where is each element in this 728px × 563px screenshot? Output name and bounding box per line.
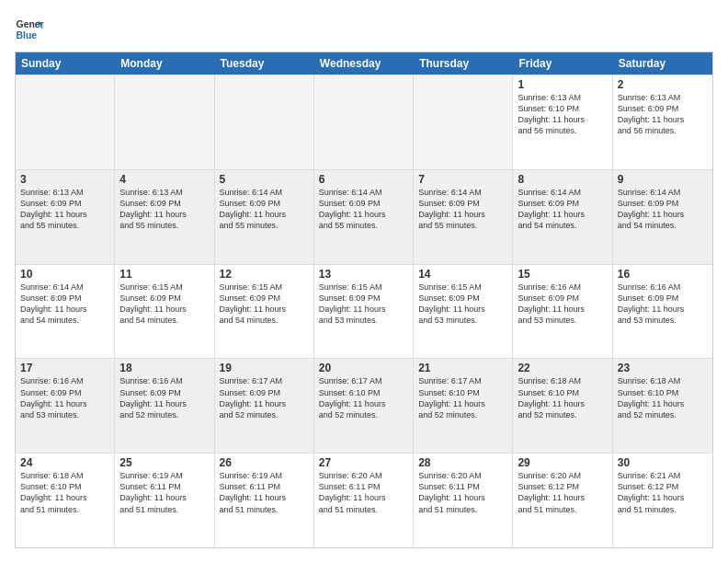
day-info: Sunrise: 6:14 AM Sunset: 6:09 PM Dayligh… — [418, 187, 507, 232]
day-info: Sunrise: 6:21 AM Sunset: 6:12 PM Dayligh… — [618, 470, 708, 515]
logo-icon: General Blue — [15, 15, 44, 44]
day-info: Sunrise: 6:16 AM Sunset: 6:09 PM Dayligh… — [119, 375, 209, 420]
cal-cell: 24Sunrise: 6:18 AM Sunset: 6:10 PM Dayli… — [16, 454, 115, 547]
day-info: Sunrise: 6:14 AM Sunset: 6:09 PM Dayligh… — [319, 187, 408, 232]
day-number: 15 — [518, 268, 607, 281]
cal-cell: 22Sunrise: 6:18 AM Sunset: 6:10 PM Dayli… — [513, 359, 612, 453]
header-day-wednesday: Wednesday — [314, 52, 414, 75]
day-info: Sunrise: 6:20 AM Sunset: 6:12 PM Dayligh… — [518, 470, 607, 515]
cal-cell — [414, 75, 513, 169]
day-info: Sunrise: 6:15 AM Sunset: 6:09 PM Dayligh… — [319, 282, 408, 327]
cal-cell: 5Sunrise: 6:14 AM Sunset: 6:09 PM Daylig… — [215, 170, 314, 264]
cal-cell: 8Sunrise: 6:14 AM Sunset: 6:09 PM Daylig… — [513, 170, 612, 264]
day-number: 30 — [618, 456, 708, 469]
cal-row-2: 10Sunrise: 6:14 AM Sunset: 6:09 PM Dayli… — [16, 264, 712, 359]
day-info: Sunrise: 6:14 AM Sunset: 6:09 PM Dayligh… — [618, 187, 708, 232]
calendar-body: 1Sunrise: 6:13 AM Sunset: 6:10 PM Daylig… — [16, 75, 712, 547]
day-info: Sunrise: 6:15 AM Sunset: 6:09 PM Dayligh… — [220, 282, 309, 327]
day-info: Sunrise: 6:17 AM Sunset: 6:10 PM Dayligh… — [319, 375, 408, 420]
header-day-thursday: Thursday — [414, 52, 513, 75]
cal-cell: 27Sunrise: 6:20 AM Sunset: 6:11 PM Dayli… — [314, 454, 414, 547]
cal-row-0: 1Sunrise: 6:13 AM Sunset: 6:10 PM Daylig… — [16, 75, 712, 169]
day-number: 14 — [418, 268, 507, 281]
day-number: 11 — [119, 268, 209, 281]
cal-cell: 12Sunrise: 6:15 AM Sunset: 6:09 PM Dayli… — [215, 265, 314, 359]
day-info: Sunrise: 6:19 AM Sunset: 6:11 PM Dayligh… — [220, 470, 309, 515]
calendar: SundayMondayTuesdayWednesdayThursdayFrid… — [15, 52, 713, 548]
day-number: 1 — [518, 78, 607, 91]
cal-cell: 18Sunrise: 6:16 AM Sunset: 6:09 PM Dayli… — [115, 359, 214, 453]
cal-cell: 14Sunrise: 6:15 AM Sunset: 6:09 PM Dayli… — [414, 265, 513, 359]
day-number: 23 — [618, 362, 708, 374]
cal-cell: 21Sunrise: 6:17 AM Sunset: 6:10 PM Dayli… — [414, 359, 513, 453]
cal-cell: 28Sunrise: 6:20 AM Sunset: 6:11 PM Dayli… — [414, 454, 513, 547]
header: General Blue — [15, 15, 713, 44]
cal-cell: 11Sunrise: 6:15 AM Sunset: 6:09 PM Dayli… — [115, 265, 214, 359]
day-number: 21 — [418, 362, 507, 374]
cal-cell: 15Sunrise: 6:16 AM Sunset: 6:09 PM Dayli… — [513, 265, 612, 359]
day-info: Sunrise: 6:16 AM Sunset: 6:09 PM Dayligh… — [518, 282, 607, 327]
day-info: Sunrise: 6:14 AM Sunset: 6:09 PM Dayligh… — [220, 187, 309, 232]
day-number: 28 — [418, 456, 507, 469]
day-info: Sunrise: 6:17 AM Sunset: 6:10 PM Dayligh… — [418, 375, 507, 420]
cal-cell: 17Sunrise: 6:16 AM Sunset: 6:09 PM Dayli… — [16, 359, 115, 453]
cal-cell — [115, 75, 214, 169]
day-number: 18 — [119, 362, 209, 374]
day-info: Sunrise: 6:18 AM Sunset: 6:10 PM Dayligh… — [518, 375, 607, 420]
day-number: 2 — [618, 78, 708, 91]
day-number: 5 — [220, 173, 309, 186]
day-number: 3 — [20, 173, 109, 186]
header-day-saturday: Saturday — [613, 52, 712, 75]
header-day-monday: Monday — [115, 52, 214, 75]
cal-cell: 13Sunrise: 6:15 AM Sunset: 6:09 PM Dayli… — [314, 265, 414, 359]
day-number: 4 — [119, 173, 209, 186]
cal-row-1: 3Sunrise: 6:13 AM Sunset: 6:09 PM Daylig… — [16, 169, 712, 264]
day-number: 7 — [418, 173, 507, 186]
day-number: 16 — [618, 268, 708, 281]
cal-cell: 20Sunrise: 6:17 AM Sunset: 6:10 PM Dayli… — [314, 359, 414, 453]
day-info: Sunrise: 6:15 AM Sunset: 6:09 PM Dayligh… — [119, 282, 209, 327]
header-day-friday: Friday — [513, 52, 612, 75]
cal-cell: 9Sunrise: 6:14 AM Sunset: 6:09 PM Daylig… — [613, 170, 712, 264]
day-info: Sunrise: 6:17 AM Sunset: 6:09 PM Dayligh… — [220, 375, 309, 420]
header-day-sunday: Sunday — [16, 52, 115, 75]
day-info: Sunrise: 6:16 AM Sunset: 6:09 PM Dayligh… — [618, 282, 708, 327]
cal-cell — [314, 75, 414, 169]
day-number: 25 — [119, 456, 209, 469]
day-info: Sunrise: 6:20 AM Sunset: 6:11 PM Dayligh… — [418, 470, 507, 515]
day-info: Sunrise: 6:20 AM Sunset: 6:11 PM Dayligh… — [319, 470, 408, 515]
cal-cell: 23Sunrise: 6:18 AM Sunset: 6:10 PM Dayli… — [613, 359, 712, 453]
cal-cell: 4Sunrise: 6:13 AM Sunset: 6:09 PM Daylig… — [115, 170, 214, 264]
day-info: Sunrise: 6:15 AM Sunset: 6:09 PM Dayligh… — [418, 282, 507, 327]
day-number: 13 — [319, 268, 408, 281]
day-number: 6 — [319, 173, 408, 186]
day-number: 19 — [220, 362, 309, 374]
header-day-tuesday: Tuesday — [215, 52, 314, 75]
day-number: 17 — [20, 362, 109, 374]
day-info: Sunrise: 6:14 AM Sunset: 6:09 PM Dayligh… — [518, 187, 607, 232]
day-info: Sunrise: 6:13 AM Sunset: 6:09 PM Dayligh… — [20, 187, 109, 232]
cal-cell: 10Sunrise: 6:14 AM Sunset: 6:09 PM Dayli… — [16, 265, 115, 359]
cal-cell — [215, 75, 314, 169]
cal-cell: 7Sunrise: 6:14 AM Sunset: 6:09 PM Daylig… — [414, 170, 513, 264]
calendar-header: SundayMondayTuesdayWednesdayThursdayFrid… — [16, 52, 712, 75]
day-info: Sunrise: 6:18 AM Sunset: 6:10 PM Dayligh… — [20, 470, 109, 515]
cal-cell: 30Sunrise: 6:21 AM Sunset: 6:12 PM Dayli… — [613, 454, 712, 547]
cal-cell: 19Sunrise: 6:17 AM Sunset: 6:09 PM Dayli… — [215, 359, 314, 453]
day-info: Sunrise: 6:14 AM Sunset: 6:09 PM Dayligh… — [20, 282, 109, 327]
cal-cell: 26Sunrise: 6:19 AM Sunset: 6:11 PM Dayli… — [215, 454, 314, 547]
page: General Blue SundayMondayTuesdayWednesda… — [0, 0, 728, 563]
cal-cell: 3Sunrise: 6:13 AM Sunset: 6:09 PM Daylig… — [16, 170, 115, 264]
day-info: Sunrise: 6:18 AM Sunset: 6:10 PM Dayligh… — [618, 375, 708, 420]
day-number: 26 — [220, 456, 309, 469]
day-info: Sunrise: 6:13 AM Sunset: 6:10 PM Dayligh… — [518, 92, 607, 137]
cal-cell — [16, 75, 115, 169]
cal-row-4: 24Sunrise: 6:18 AM Sunset: 6:10 PM Dayli… — [16, 453, 712, 547]
cal-row-3: 17Sunrise: 6:16 AM Sunset: 6:09 PM Dayli… — [16, 358, 712, 453]
day-info: Sunrise: 6:13 AM Sunset: 6:09 PM Dayligh… — [618, 92, 708, 137]
logo: General Blue — [15, 15, 44, 44]
day-number: 22 — [518, 362, 607, 374]
day-info: Sunrise: 6:16 AM Sunset: 6:09 PM Dayligh… — [20, 375, 109, 420]
day-number: 29 — [518, 456, 607, 469]
cal-cell: 25Sunrise: 6:19 AM Sunset: 6:11 PM Dayli… — [115, 454, 214, 547]
